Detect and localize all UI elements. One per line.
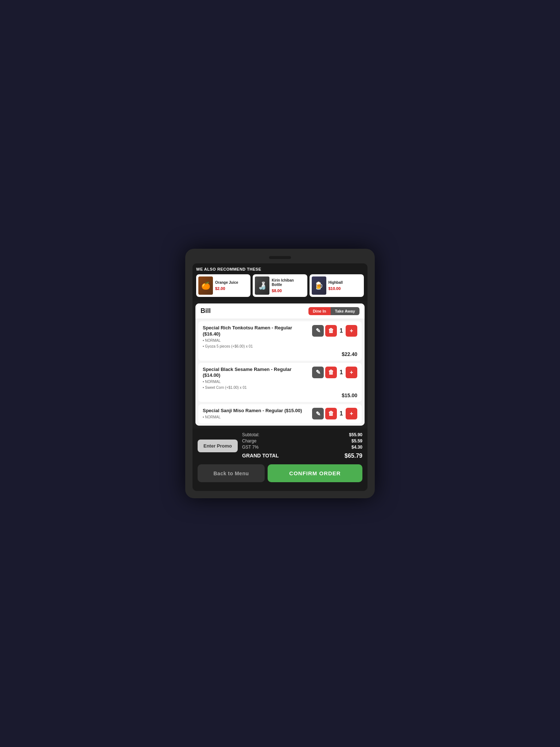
- rec-item-oj[interactable]: 🍊 Orange Juice $2.00: [196, 274, 250, 297]
- recommendations-title: WE ALSO RECOMMEND THESE: [196, 267, 364, 271]
- item-2-price: $15.00: [203, 392, 357, 398]
- item-1-add-button[interactable]: +: [346, 325, 357, 337]
- item-3-edit-button[interactable]: ✎: [312, 408, 324, 419]
- item-2-add-button[interactable]: +: [346, 367, 357, 378]
- gst-label: GST 7%: [242, 445, 258, 450]
- item-2-details: Special Black Sesame Ramen - Regular ($1…: [203, 367, 309, 391]
- item-3-delete-button[interactable]: 🗑: [325, 408, 337, 419]
- summary-lines: Subtotal: $55.90 Charge $5.59 GST 7% $4.…: [242, 432, 362, 459]
- rec-info-highball: Highball $10.00: [328, 280, 362, 291]
- item-3-name: Special Sanji Miso Ramen - Regular ($15.…: [203, 408, 309, 414]
- rec-item-beer[interactable]: 🍶 Kirin Ichiban Bottle $8.00: [253, 274, 307, 297]
- charge-value: $5.59: [351, 438, 362, 444]
- order-item-3: Special Sanji Miso Ramen - Regular ($15.…: [198, 404, 362, 423]
- recommendations-list: 🍊 Orange Juice $2.00 🍶 Kirin Ichiban Bot…: [196, 274, 364, 297]
- rec-name-highball: Highball: [328, 280, 362, 285]
- action-buttons-area: Back to Menu CONFIRM ORDER: [192, 461, 368, 487]
- charge-label: Charge: [242, 438, 256, 444]
- item-2-edit-button[interactable]: ✎: [312, 367, 324, 378]
- promo-summary-area: Enter Promo Subtotal: $55.90 Charge $5.5…: [192, 429, 368, 461]
- recommendations-section: WE ALSO RECOMMEND THESE 🍊 Orange Juice $…: [192, 263, 368, 301]
- subtotal-row: Subtotal: $55.90: [242, 432, 362, 437]
- rec-price-highball: $10.00: [328, 286, 362, 291]
- item-1-mod1: • NORMAL: [203, 338, 309, 343]
- rec-image-beer: 🍶: [255, 276, 269, 295]
- device-frame: WE ALSO RECOMMEND THESE 🍊 Orange Juice $…: [185, 249, 375, 498]
- item-1-top: Special Rich Tonkotsu Ramen - Regular ($…: [203, 325, 357, 349]
- order-item-2: Special Black Sesame Ramen - Regular ($1…: [198, 363, 362, 402]
- rec-item-highball[interactable]: 🍺 Highball $10.00: [310, 274, 364, 297]
- rec-image-highball: 🍺: [312, 276, 326, 295]
- rec-name-beer: Kirin Ichiban Bottle: [272, 278, 305, 287]
- subtotal-value: $55.90: [349, 432, 362, 437]
- item-2-controls: ✎ 🗑 1 +: [312, 367, 357, 378]
- take-away-button[interactable]: Take Away: [331, 307, 359, 315]
- item-2-delete-button[interactable]: 🗑: [325, 367, 337, 378]
- subtotal-label: Subtotal:: [242, 432, 259, 437]
- dine-in-button[interactable]: Dine In: [308, 307, 331, 315]
- order-item-1: Special Rich Tonkotsu Ramen - Regular ($…: [198, 321, 362, 361]
- item-1-price: $22.40: [203, 351, 357, 357]
- bottom-bar: [192, 487, 368, 491]
- rec-image-oj: 🍊: [198, 276, 213, 295]
- dine-toggle[interactable]: Dine In Take Away: [308, 307, 359, 315]
- item-1-name: Special Rich Tonkotsu Ramen - Regular ($…: [203, 325, 309, 337]
- rec-name-oj: Orange Juice: [215, 280, 248, 285]
- item-2-qty: 1: [338, 369, 344, 376]
- item-3-top: Special Sanji Miso Ramen - Regular ($15.…: [203, 408, 357, 420]
- item-3-details: Special Sanji Miso Ramen - Regular ($15.…: [203, 408, 309, 420]
- back-to-menu-button[interactable]: Back to Menu: [198, 464, 265, 482]
- rec-price-oj: $2.00: [215, 286, 248, 291]
- rec-price-beer: $8.00: [272, 289, 305, 293]
- grand-total-label: GRAND TOTAL: [242, 453, 279, 459]
- screen: WE ALSO RECOMMEND THESE 🍊 Orange Juice $…: [192, 263, 368, 491]
- order-items-list: Special Rich Tonkotsu Ramen - Regular ($…: [195, 319, 365, 426]
- enter-promo-button[interactable]: Enter Promo: [198, 440, 238, 452]
- item-3-add-button[interactable]: +: [346, 408, 357, 419]
- item-1-edit-button[interactable]: ✎: [312, 325, 324, 337]
- camera-notch: [269, 256, 291, 259]
- grand-total-row: GRAND TOTAL $65.79: [242, 451, 362, 459]
- item-2-name: Special Black Sesame Ramen - Regular ($1…: [203, 367, 309, 379]
- item-2-top: Special Black Sesame Ramen - Regular ($1…: [203, 367, 357, 391]
- item-3-qty: 1: [338, 410, 344, 417]
- bill-header: Bill Dine In Take Away: [195, 303, 365, 319]
- bill-title: Bill: [201, 307, 211, 315]
- item-1-mod2: • Gyoza 5 pieces (+$6.00) x 01: [203, 344, 309, 349]
- item-2-mod2: • Sweet Corn (+$1.00) x 01: [203, 385, 309, 390]
- gst-value: $4.30: [351, 445, 362, 450]
- item-3-mod1: • NORMAL: [203, 415, 309, 420]
- item-1-controls: ✎ 🗑 1 +: [312, 325, 357, 337]
- rec-info-beer: Kirin Ichiban Bottle $8.00: [272, 278, 305, 293]
- gst-row: GST 7% $4.30: [242, 445, 362, 450]
- grand-total-value: $65.79: [345, 453, 362, 459]
- item-3-controls: ✎ 🗑 1 +: [312, 408, 357, 419]
- item-1-qty: 1: [338, 328, 344, 334]
- main-content: Bill Dine In Take Away Special Rich Tonk…: [195, 303, 365, 426]
- item-1-delete-button[interactable]: 🗑: [325, 325, 337, 337]
- item-2-mod1: • NORMAL: [203, 379, 309, 384]
- confirm-order-button[interactable]: CONFIRM ORDER: [268, 464, 362, 482]
- charge-row: Charge $5.59: [242, 438, 362, 444]
- item-1-details: Special Rich Tonkotsu Ramen - Regular ($…: [203, 325, 309, 349]
- rec-info-oj: Orange Juice $2.00: [215, 280, 248, 291]
